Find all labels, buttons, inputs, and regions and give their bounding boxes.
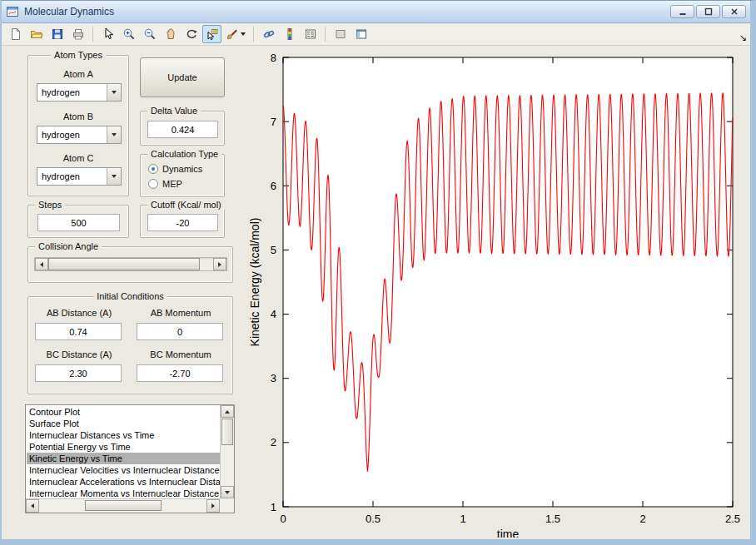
y-tick-label: 5 bbox=[271, 244, 276, 256]
app-icon bbox=[6, 5, 19, 18]
atom-b-dropdown-button[interactable] bbox=[107, 126, 121, 143]
pan-button[interactable] bbox=[161, 25, 180, 43]
open-folder-icon bbox=[30, 27, 43, 41]
maximize-button[interactable] bbox=[696, 5, 720, 18]
list-item[interactable]: Potential Energy vs Time bbox=[27, 441, 220, 453]
close-icon bbox=[729, 7, 739, 17]
triangle-right-icon bbox=[218, 262, 221, 267]
steps-group: Steps bbox=[27, 205, 129, 238]
y-tick-label: 3 bbox=[271, 372, 276, 384]
minimize-icon bbox=[678, 7, 688, 17]
triangle-up-icon bbox=[225, 410, 230, 414]
atom-b-select[interactable]: hydrogen bbox=[37, 126, 122, 144]
mep-radio[interactable]: MEP bbox=[148, 179, 182, 189]
ab-momentum-field[interactable] bbox=[137, 323, 223, 340]
list-item[interactable]: Internuclear Velocities vs Internuclear … bbox=[27, 464, 220, 476]
x-tick-label: 2.5 bbox=[725, 513, 740, 525]
atom-b-value: hydrogen bbox=[37, 130, 80, 140]
list-item[interactable]: Internuclear Accelerations vs Internucle… bbox=[27, 476, 220, 488]
insert-legend-button[interactable] bbox=[301, 25, 320, 43]
zoom-out-button[interactable] bbox=[140, 25, 159, 43]
radio-icon[interactable] bbox=[148, 164, 158, 174]
y-tick-label: 7 bbox=[271, 116, 276, 128]
chart-svg[interactable]: 00.511.522.512345678timeKinetic Energy (… bbox=[250, 47, 749, 538]
insert-colorbar-button[interactable] bbox=[280, 25, 299, 43]
slider-right-arrow[interactable] bbox=[213, 258, 226, 270]
scroll-left-button[interactable] bbox=[26, 499, 39, 513]
insert-legend-icon bbox=[304, 27, 317, 41]
dynamics-radio[interactable]: Dynamics bbox=[148, 164, 202, 174]
horizontal-scroll-thumb[interactable] bbox=[85, 500, 162, 511]
plot-type-listbox[interactable]: Contour Plot Surface Plot Internuclear D… bbox=[25, 404, 235, 513]
list-item[interactable]: Internuclear Distances vs Time bbox=[27, 429, 220, 441]
bc-momentum-field[interactable] bbox=[137, 364, 223, 382]
y-tick-label: 8 bbox=[271, 52, 276, 64]
toolbar-overflow-arrow[interactable]: ↘ bbox=[739, 32, 747, 43]
x-tick-label: 1 bbox=[460, 513, 465, 525]
print-icon bbox=[72, 27, 85, 41]
scroll-up-button[interactable] bbox=[221, 405, 234, 418]
insert-colorbar-icon bbox=[283, 27, 296, 41]
x-tick-label: 0.5 bbox=[366, 513, 380, 525]
data-cursor-button[interactable] bbox=[202, 25, 221, 43]
bc-distance-field[interactable] bbox=[35, 364, 122, 382]
slider-left-arrow[interactable] bbox=[35, 258, 48, 270]
list-item[interactable]: Internuclear Momenta vs Internuclear Dis… bbox=[27, 488, 220, 498]
link-plot-button[interactable] bbox=[259, 25, 278, 43]
zoom-in-icon bbox=[122, 27, 136, 41]
listbox-vertical-scrollbar[interactable] bbox=[220, 405, 234, 498]
window-title: Molecular Dynamics bbox=[24, 6, 114, 17]
vertical-scroll-thumb[interactable] bbox=[221, 419, 233, 445]
delta-value-field[interactable] bbox=[147, 121, 218, 138]
list-item[interactable]: Kinetic Energy vs Time bbox=[27, 453, 220, 464]
collision-angle-slider[interactable] bbox=[34, 257, 227, 271]
ab-distance-field[interactable] bbox=[35, 323, 122, 340]
rotate-3d-button[interactable] bbox=[182, 25, 201, 43]
edit-plot-button[interactable] bbox=[98, 25, 117, 43]
scrollbar-corner bbox=[220, 498, 234, 513]
atom-a-select[interactable]: hydrogen bbox=[37, 83, 122, 102]
radio-icon[interactable] bbox=[148, 179, 158, 189]
list-item[interactable]: Contour Plot bbox=[27, 406, 220, 418]
minimize-button[interactable] bbox=[670, 5, 694, 18]
atom-c-select[interactable]: hydrogen bbox=[37, 167, 122, 186]
x-tick-label: 2 bbox=[639, 513, 645, 525]
atom-c-label: Atom C bbox=[28, 153, 128, 163]
listbox-horizontal-scrollbar[interactable] bbox=[26, 498, 220, 513]
chevron-down-icon bbox=[112, 175, 117, 178]
collision-angle-legend: Collision Angle bbox=[35, 241, 102, 251]
steps-field[interactable] bbox=[37, 214, 120, 231]
pan-hand-icon bbox=[164, 27, 177, 41]
close-button[interactable] bbox=[722, 5, 746, 18]
x-tick-label: 1.5 bbox=[545, 513, 560, 525]
new-file-button[interactable] bbox=[6, 25, 25, 43]
slider-track[interactable] bbox=[48, 258, 213, 270]
brush-data-button[interactable] bbox=[223, 25, 248, 43]
chart-area[interactable]: 00.511.522.512345678timeKinetic Energy (… bbox=[250, 47, 749, 538]
atom-a-dropdown-button[interactable] bbox=[107, 84, 121, 101]
slider-thumb[interactable] bbox=[48, 258, 200, 270]
atom-b-label: Atom B bbox=[28, 111, 128, 121]
cutoff-field[interactable] bbox=[147, 214, 218, 231]
figure-toolbar: ↘ bbox=[2, 23, 750, 46]
show-plot-tools-button[interactable] bbox=[351, 25, 371, 43]
hide-plot-tools-button[interactable] bbox=[331, 25, 350, 43]
atom-c-dropdown-button[interactable] bbox=[107, 168, 121, 185]
horizontal-scroll-track[interactable] bbox=[39, 499, 206, 513]
link-plot-icon bbox=[262, 27, 276, 41]
zoom-in-button[interactable] bbox=[119, 25, 138, 43]
collision-angle-group: Collision Angle bbox=[27, 246, 233, 283]
hide-plot-tools-icon bbox=[334, 27, 347, 41]
save-button[interactable] bbox=[47, 25, 67, 43]
list-item[interactable]: Surface Plot bbox=[27, 418, 220, 429]
open-file-button[interactable] bbox=[27, 25, 46, 43]
scroll-right-button[interactable] bbox=[206, 499, 220, 513]
triangle-left-icon bbox=[40, 262, 43, 267]
scroll-down-button[interactable] bbox=[221, 486, 234, 498]
print-button[interactable] bbox=[68, 25, 87, 43]
y-tick-label: 4 bbox=[271, 308, 276, 320]
y-tick-label: 6 bbox=[271, 180, 276, 192]
update-button[interactable]: Update bbox=[140, 57, 225, 97]
listbox-items: Contour Plot Surface Plot Internuclear D… bbox=[27, 406, 220, 498]
titlebar[interactable]: Molecular Dynamics bbox=[2, 1, 750, 23]
